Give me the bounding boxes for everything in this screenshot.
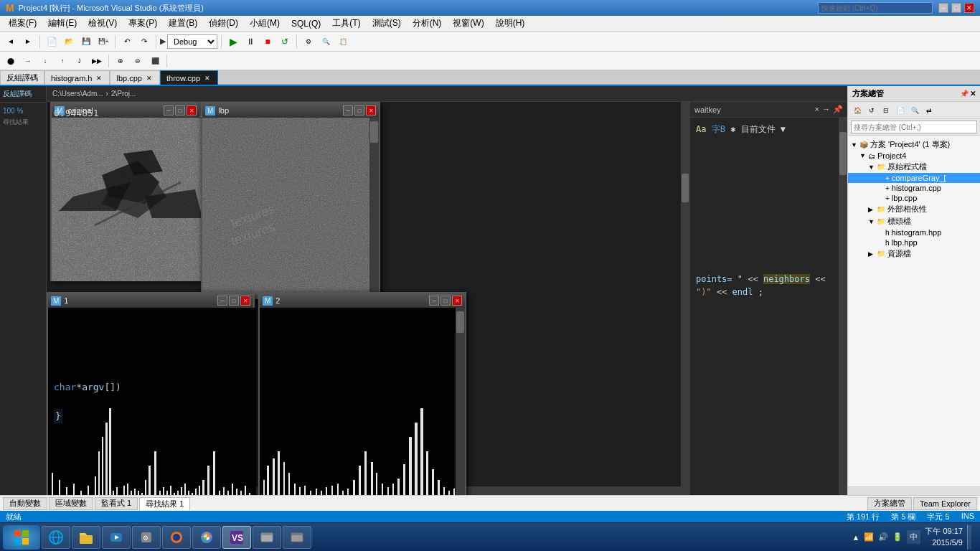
se-collapse-btn[interactable]: ⊟	[880, 104, 892, 117]
se-sync-btn[interactable]: ⇄	[923, 104, 936, 117]
menu-window[interactable]: 視窗(W)	[447, 16, 489, 31]
menu-analyze[interactable]: 分析(N)	[407, 16, 448, 31]
tb2-btn9[interactable]: ⬛	[147, 53, 163, 69]
tree-file-lbp-hpp[interactable]: h lbp.hpp	[848, 237, 980, 248]
taskbar-vs[interactable]: VS	[222, 526, 251, 549]
cv-window-hist2[interactable]: M 2 ─ □ ✕	[258, 292, 466, 495]
tab-throw-cpp[interactable]: throw.cpp ✕	[160, 70, 218, 85]
cv-hist1-maximize[interactable]: □	[229, 296, 239, 306]
tab-histogram-h[interactable]: histogram.h ✕	[44, 70, 110, 85]
waitkey-scrollbar[interactable]	[839, 118, 847, 495]
menu-file[interactable]: 檔案(F)	[3, 16, 42, 31]
tb2-btn7[interactable]: ⊕	[113, 53, 128, 69]
code-lines[interactable]: char * argv[]) }	[54, 380, 121, 423]
toolbar-btn-3[interactable]: 📋	[335, 34, 351, 50]
tab-team-explorer[interactable]: Team Explorer	[913, 497, 977, 510]
cv-hist2-titlebar[interactable]: M 2 ─ □ ✕	[260, 293, 465, 308]
tree-file-histogram-hpp[interactable]: h histogram.hpp	[848, 227, 980, 237]
tb2-btn1[interactable]: ⬤	[3, 53, 19, 69]
menu-tools[interactable]: 工具(T)	[326, 16, 366, 31]
tab-solution-explorer-bottom[interactable]: 方案總管	[867, 497, 912, 510]
se-files-btn[interactable]: 📄	[894, 104, 907, 117]
debug-combo[interactable]: Debug Release	[167, 34, 217, 49]
waitkey-close-btn[interactable]: ×	[815, 105, 819, 114]
taskbar-win1[interactable]	[253, 526, 281, 549]
taskbar-firefox[interactable]	[162, 526, 191, 549]
waitkey-arrow-btn[interactable]: →	[822, 105, 830, 114]
waitkey-scroll-thumb[interactable]	[839, 132, 847, 175]
menu-view[interactable]: 檢視(V)	[83, 16, 123, 31]
quick-launch-input[interactable]	[818, 2, 933, 14]
menu-debug[interactable]: 偵錯(D)	[203, 16, 244, 31]
cv-lbp-minimize[interactable]: ─	[343, 105, 353, 116]
cv-window-original[interactable]: M original ─ □ ✕	[50, 102, 201, 281]
back-button[interactable]: ◄	[3, 34, 19, 50]
menu-help[interactable]: 說明(H)	[490, 16, 531, 31]
cv-hist2-scroll-thumb[interactable]	[456, 311, 464, 333]
forward-button[interactable]: ►	[20, 34, 36, 50]
cv-window-lbp[interactable]: M lbp ─ □ ✕	[201, 102, 380, 299]
se-filter-btn[interactable]: 🔍	[908, 104, 921, 117]
taskbar-chrome[interactable]	[192, 526, 221, 549]
cv-hist1-titlebar[interactable]: M 1 ─ □ ✕	[48, 293, 253, 308]
start-button[interactable]	[3, 525, 40, 550]
tree-source-files[interactable]: ▼ 📁 原始程式檔	[848, 161, 980, 173]
tree-external-deps[interactable]: ▶ 📁 外部相依性	[848, 203, 980, 215]
se-home-btn[interactable]: 🏠	[851, 104, 864, 117]
cv-hist1-close[interactable]: ✕	[240, 296, 250, 306]
se-pin-icon[interactable]: 📌	[960, 90, 969, 98]
toolbar-btn-2[interactable]: 🔍	[318, 34, 334, 50]
tree-file-lbp-cpp[interactable]: + lbp.cpp	[848, 193, 980, 203]
tree-solution[interactable]: ▼ 📦 方案 'Project4' (1 專案)	[848, 138, 980, 151]
cv-hist2-scrollbar[interactable]	[456, 308, 465, 495]
tb2-btn2[interactable]: →	[20, 53, 36, 69]
tab-local-vars[interactable]: 區域變數	[49, 497, 93, 510]
open-button[interactable]: 📂	[61, 34, 77, 50]
cv-hist2-maximize[interactable]: □	[440, 296, 451, 306]
tab-histogram-h-close[interactable]: ✕	[95, 74, 103, 83]
taskbar-tool[interactable]: ⚙	[132, 526, 161, 549]
code-vscroll[interactable]	[681, 102, 689, 486]
cv-original-maximize[interactable]: □	[175, 105, 185, 116]
se-refresh-btn[interactable]: ↺	[865, 104, 878, 117]
save-all-button[interactable]: 💾+	[95, 34, 111, 50]
tray-lang-icon[interactable]: 中	[907, 530, 920, 544]
stop-button[interactable]: ■	[260, 34, 275, 50]
undo-button[interactable]: ↶	[119, 34, 135, 50]
waitkey-pin-btn[interactable]: 📌	[833, 105, 843, 114]
tab-watch-1[interactable]: 監看式 1	[95, 497, 138, 510]
cv-hist2-close[interactable]: ✕	[452, 296, 462, 306]
tree-file-histogram-cpp[interactable]: + histogram.cpp	[848, 183, 980, 193]
minimize-button[interactable]: ─	[938, 3, 948, 13]
taskbar-media[interactable]	[102, 526, 131, 549]
cv-original-minimize[interactable]: ─	[164, 105, 174, 116]
close-button[interactable]: ✕	[964, 3, 974, 13]
tab-find-results[interactable]: 尋找結果 1	[139, 497, 190, 510]
menu-build[interactable]: 建置(B)	[163, 16, 203, 31]
tb2-btn8[interactable]: ⊖	[130, 53, 146, 69]
redo-button[interactable]: ↷	[136, 34, 152, 50]
tb2-btn5[interactable]: ⤸	[72, 53, 88, 69]
taskbar-win2[interactable]	[283, 526, 311, 549]
cv-lbp-close[interactable]: ✕	[366, 105, 376, 116]
maximize-button[interactable]: □	[951, 3, 961, 13]
restart-button[interactable]: ↺	[277, 34, 293, 50]
menu-edit[interactable]: 編輯(E)	[42, 16, 83, 31]
cv-lbp-maximize[interactable]: □	[354, 105, 364, 116]
code-vscroll-thumb[interactable]	[682, 174, 689, 202]
tb2-btn6[interactable]: ▶▶	[89, 53, 105, 69]
tab-lbp-cpp-close[interactable]: ✕	[145, 74, 154, 83]
cv-original-close[interactable]: ✕	[187, 105, 197, 116]
menu-sql[interactable]: SQL(Q)	[286, 17, 326, 30]
taskbar-ie[interactable]	[42, 526, 70, 549]
tree-project[interactable]: ▼ 🗂 Project4	[848, 151, 980, 161]
tab-lbp-cpp[interactable]: lbp.cpp ✕	[110, 70, 159, 85]
cv-lbp-scrollbar[interactable]	[369, 118, 379, 298]
show-desktop-btn[interactable]	[967, 525, 971, 550]
taskbar-explorer[interactable]	[72, 526, 100, 549]
cv-lbp-scroll-thumb[interactable]	[370, 121, 378, 143]
tray-volume-icon[interactable]: 🔊	[878, 532, 888, 542]
menu-project[interactable]: 專案(P)	[123, 16, 163, 31]
tb2-btn3[interactable]: ↓	[37, 53, 53, 69]
se-close-icon[interactable]: ✕	[970, 90, 976, 98]
